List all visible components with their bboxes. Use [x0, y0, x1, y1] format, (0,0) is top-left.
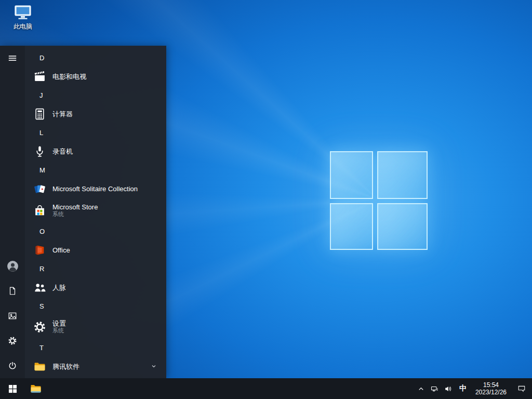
taskbar: 中 15:54 2023/12/26	[0, 378, 532, 399]
app-text: Microsoft Store系统	[52, 203, 98, 218]
this-pc-icon	[14, 4, 32, 21]
rail-bottom-group	[0, 254, 25, 378]
app-text: 人脉	[52, 284, 66, 291]
start-app-item[interactable]: Microsoft Solitaire Collection	[25, 179, 166, 198]
chevron-up-icon	[417, 385, 425, 393]
chevron-down-icon	[151, 363, 157, 369]
taskbar-left-group	[0, 378, 47, 399]
settings-icon	[8, 336, 17, 345]
start-section: J计算器	[25, 86, 166, 124]
desktop: { "desktop": { "icons": [ { "label": "此电…	[0, 0, 532, 399]
app-text: Office	[52, 246, 70, 254]
app-subtitle: 系统	[52, 211, 98, 218]
file-explorer-icon	[30, 382, 42, 395]
ime-indicator[interactable]: 中	[455, 378, 471, 399]
network-button[interactable]	[428, 378, 442, 399]
user-button[interactable]	[0, 254, 25, 278]
taskbar-clock[interactable]: 15:54 2023/12/26	[471, 378, 511, 399]
app-text: 计算器	[52, 110, 73, 118]
start-menu-rail	[0, 46, 25, 378]
section-letter[interactable]: L	[25, 124, 166, 141]
section-letter[interactable]: J	[25, 86, 166, 104]
solitaire-icon	[33, 182, 46, 195]
section-letter[interactable]: T	[25, 339, 166, 356]
volume-icon	[444, 385, 452, 393]
app-name: 腾讯软件	[52, 363, 79, 370]
windows-start-icon	[8, 384, 17, 393]
file-explorer-button[interactable]	[25, 378, 47, 399]
app-name: Microsoft Store	[52, 203, 98, 211]
tray-icon-group	[415, 378, 455, 399]
windows-logo	[330, 151, 428, 250]
start-app-item[interactable]: Microsoft Store系统	[25, 198, 166, 222]
volume-button[interactable]	[442, 378, 455, 399]
app-name: Microsoft Solitaire Collection	[52, 185, 138, 193]
logo-pane	[330, 151, 373, 199]
documents-button[interactable]	[0, 278, 25, 303]
section-letter[interactable]: O	[25, 222, 166, 240]
settings-button[interactable]	[0, 328, 25, 353]
pictures-button[interactable]	[0, 303, 25, 328]
start-section: MMicrosoft Solitaire CollectionMicrosoft…	[25, 161, 166, 222]
hamburger-icon	[8, 54, 17, 63]
start-section: OOffice	[25, 222, 166, 260]
store-icon	[33, 204, 46, 217]
section-letter[interactable]: S	[25, 297, 166, 315]
action-center-button[interactable]	[511, 378, 532, 399]
network-icon	[431, 385, 438, 393]
documents-icon	[8, 286, 17, 296]
app-name: 人脉	[52, 284, 66, 291]
start-app-item[interactable]: 计算器	[25, 104, 166, 124]
app-name: 电影和电视	[52, 73, 86, 81]
settings-icon	[33, 321, 46, 334]
start-app-item[interactable]: Office	[25, 240, 166, 260]
start-app-item[interactable]: 设置系统	[25, 315, 166, 339]
rail-top-group	[0, 46, 25, 71]
app-name: 设置	[52, 320, 66, 327]
action-center-icon	[517, 384, 526, 393]
logo-pane	[377, 151, 428, 199]
start-app-item[interactable]: 人脉	[25, 277, 166, 297]
app-text: 录音机	[52, 148, 73, 155]
desktop-icon-label: 此电脑	[14, 22, 32, 31]
app-name: Office	[52, 246, 70, 254]
start-button[interactable]	[0, 378, 25, 399]
start-app-item[interactable]: 电影和电视	[25, 66, 166, 86]
start-menu: D电影和电视J计算器L录音机MMicrosoft Solitaire Colle…	[0, 46, 166, 378]
people-icon	[33, 281, 46, 294]
start-section: R人脉	[25, 260, 166, 297]
clock-time: 15:54	[483, 381, 499, 389]
start-section: L录音机	[25, 124, 166, 161]
app-text: Microsoft Solitaire Collection	[52, 185, 138, 193]
power-icon	[8, 361, 17, 370]
hidden-icons-button[interactable]	[415, 378, 428, 399]
app-text: 设置系统	[52, 320, 66, 334]
app-text: 电影和电视	[52, 73, 86, 81]
voice-recorder-icon	[33, 145, 46, 158]
start-section: S设置系统	[25, 297, 166, 339]
start-app-list: D电影和电视J计算器L录音机MMicrosoft Solitaire Colle…	[25, 46, 166, 378]
user-avatar-icon	[6, 260, 19, 273]
start-app-item[interactable]: 腾讯软件	[25, 356, 166, 376]
logo-pane	[330, 203, 373, 250]
app-name: 计算器	[52, 110, 73, 118]
expand-menu-button[interactable]	[0, 46, 25, 71]
start-section: T腾讯软件	[25, 339, 166, 376]
section-letter[interactable]: R	[25, 260, 166, 277]
desktop-icon-this-pc[interactable]: 此电脑	[6, 4, 39, 31]
office-icon	[33, 244, 46, 257]
movies-tv-icon	[33, 70, 46, 83]
section-letter[interactable]: D	[25, 49, 166, 66]
folder-icon	[33, 360, 46, 373]
app-name: 录音机	[52, 148, 73, 155]
clock-date: 2023/12/26	[475, 389, 507, 396]
logo-pane	[377, 203, 428, 250]
power-button[interactable]	[0, 353, 25, 378]
calculator-icon	[33, 108, 46, 121]
section-letter[interactable]: M	[25, 161, 166, 179]
pictures-icon	[8, 311, 17, 321]
system-tray: 中 15:54 2023/12/26	[415, 378, 532, 399]
start-app-item[interactable]: 录音机	[25, 141, 166, 161]
start-section: D电影和电视	[25, 49, 166, 86]
taskbar-spacer	[47, 378, 415, 399]
